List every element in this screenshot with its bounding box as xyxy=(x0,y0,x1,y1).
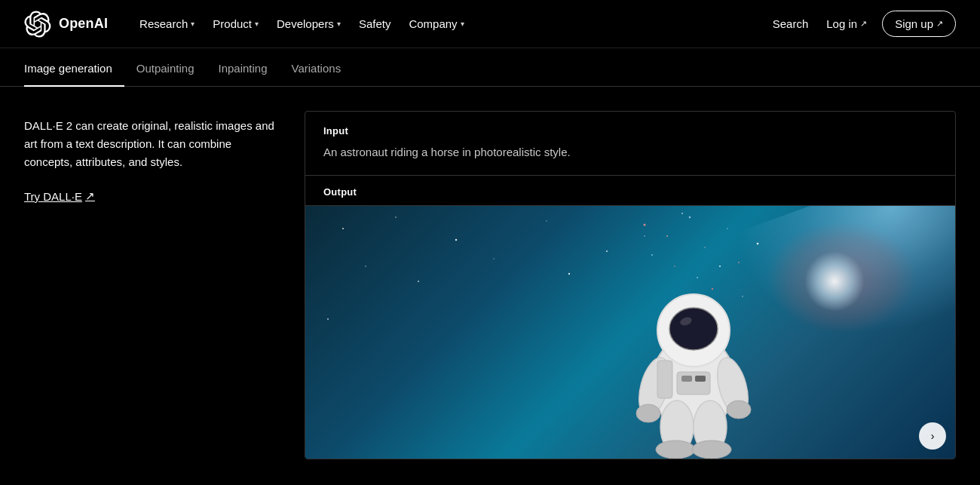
nav-safety[interactable]: Safety xyxy=(351,11,399,36)
svg-point-12 xyxy=(327,318,329,320)
nav-product[interactable]: Product ▾ xyxy=(205,11,266,36)
signup-button[interactable]: Sign up ↗ xyxy=(882,11,956,37)
try-dalle-link[interactable]: Try DALL·E ↗ xyxy=(24,189,95,203)
tabs-bar: Image generation Outpainting Inpainting … xyxy=(0,48,980,87)
nav-developers[interactable]: Developers ▾ xyxy=(269,11,348,36)
svg-rect-35 xyxy=(695,376,706,382)
navbar: OpenAI Research ▾ Product ▾ Developers ▾… xyxy=(0,0,980,48)
svg-point-7 xyxy=(365,266,366,267)
left-panel: DALL·E 2 can create original, realistic … xyxy=(24,111,280,459)
tab-outpainting[interactable]: Outpainting xyxy=(124,48,207,87)
svg-rect-33 xyxy=(677,372,710,394)
space-scene: › xyxy=(305,206,955,459)
svg-point-23 xyxy=(727,228,727,229)
openai-logo-icon xyxy=(24,11,51,38)
developers-chevron-icon: ▾ xyxy=(337,20,341,28)
nav-research[interactable]: Research ▾ xyxy=(132,11,202,36)
research-chevron-icon: ▾ xyxy=(191,20,194,28)
svg-point-5 xyxy=(681,213,683,214)
svg-point-27 xyxy=(669,308,718,350)
svg-point-3 xyxy=(546,220,547,221)
next-arrow-icon: › xyxy=(931,430,935,442)
right-panel: Input An astronaut riding a horse in pho… xyxy=(305,111,956,459)
svg-point-1 xyxy=(395,216,397,218)
next-arrow-button[interactable]: › xyxy=(919,422,946,450)
output-label: Output xyxy=(305,176,955,206)
login-button[interactable]: Log in ↗ xyxy=(823,11,870,36)
main-content: DALL·E 2 can create original, realistic … xyxy=(0,87,980,483)
brand-name: OpenAI xyxy=(59,16,108,32)
tab-inpainting[interactable]: Inpainting xyxy=(206,48,279,87)
tab-variations[interactable]: Variations xyxy=(280,48,354,87)
svg-point-2 xyxy=(455,238,457,240)
output-image-container: › xyxy=(305,206,955,459)
svg-point-10 xyxy=(568,272,570,274)
svg-point-31 xyxy=(636,404,660,422)
search-button[interactable]: Search xyxy=(770,11,812,36)
svg-point-11 xyxy=(644,235,645,237)
nav-company[interactable]: Company ▾ xyxy=(401,11,471,36)
svg-point-15 xyxy=(644,223,646,226)
svg-point-38 xyxy=(656,440,695,459)
signup-external-icon: ↗ xyxy=(936,19,943,29)
description-text: DALL·E 2 can create original, realistic … xyxy=(24,117,280,171)
svg-rect-34 xyxy=(681,376,692,382)
input-section: Input An astronaut riding a horse in pho… xyxy=(305,112,955,176)
svg-point-8 xyxy=(418,281,419,282)
tab-image-generation[interactable]: Image generation xyxy=(24,48,124,87)
astronaut-graphic xyxy=(588,247,799,459)
try-link-external-icon: ↗ xyxy=(85,189,95,203)
svg-point-9 xyxy=(493,258,494,259)
svg-rect-40 xyxy=(657,361,672,398)
login-external-icon: ↗ xyxy=(860,19,867,29)
svg-point-0 xyxy=(342,228,344,229)
input-label: Input xyxy=(323,125,937,137)
nav-right: Search Log in ↗ Sign up ↗ xyxy=(770,11,956,37)
company-chevron-icon: ▾ xyxy=(461,20,464,28)
logo[interactable]: OpenAI xyxy=(24,11,108,38)
svg-point-17 xyxy=(689,216,691,217)
nav-links: Research ▾ Product ▾ Developers ▾ Safety… xyxy=(132,11,472,36)
product-chevron-icon: ▾ xyxy=(255,20,259,28)
nav-left: OpenAI Research ▾ Product ▾ Developers ▾… xyxy=(24,11,472,38)
input-text: An astronaut riding a horse in photoreal… xyxy=(323,144,937,161)
svg-point-16 xyxy=(666,235,668,237)
svg-point-13 xyxy=(757,242,759,244)
svg-point-32 xyxy=(727,401,751,419)
svg-point-39 xyxy=(692,440,731,459)
output-section: Output xyxy=(305,176,955,459)
